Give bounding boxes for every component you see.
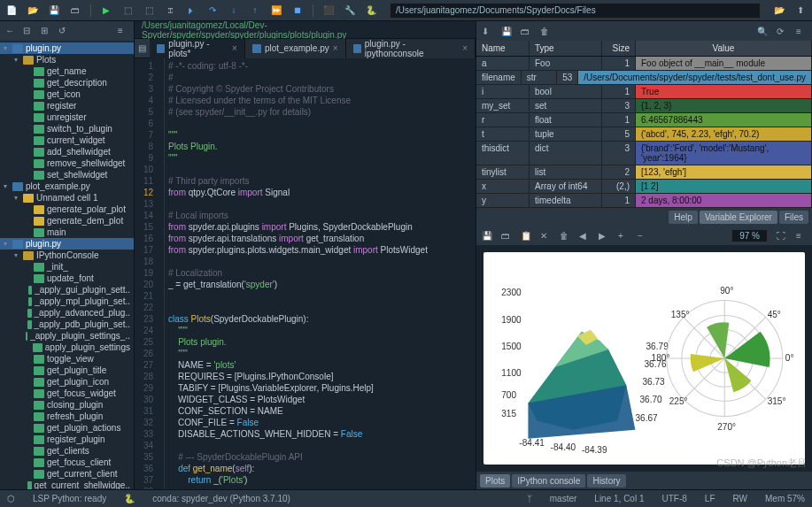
step-over-icon[interactable]: ↷ xyxy=(206,4,219,17)
code-editor[interactable]: 1234567891011121314151617181920212223242… xyxy=(135,58,476,489)
variable-row[interactable]: filenamestr53/Users/Documents/spyder/spy… xyxy=(476,71,812,85)
close-tab-icon[interactable]: × xyxy=(333,43,338,53)
tree-item[interactable]: get_focus_widget xyxy=(0,388,134,399)
tab-list-icon[interactable]: ▤ xyxy=(135,43,150,53)
variable-row[interactable]: rfloat16.46567886443 xyxy=(476,113,812,127)
remove-plot-icon[interactable]: ✕ xyxy=(540,231,551,241)
tree-item[interactable]: get_plugin_title xyxy=(0,365,134,376)
plot-viewport[interactable]: 2300 1900 1500 1100 700 315 -84.41 -84.4… xyxy=(476,245,812,472)
tree-item[interactable]: register xyxy=(0,100,134,111)
variable-row[interactable]: xArray of int64(2,)[1 2] xyxy=(476,180,812,194)
save-all-icon[interactable]: 🗃 xyxy=(69,4,81,17)
step-in-icon[interactable]: ↓ xyxy=(228,4,240,17)
continue-icon[interactable]: ⏩ xyxy=(270,4,282,17)
code-area[interactable]: # -*- coding: utf-8 -*- # # Copyright © … xyxy=(165,58,476,489)
tree-item[interactable]: ▾plugin.py xyxy=(0,42,134,54)
tree-item[interactable]: register_plugin xyxy=(0,434,134,445)
parent-dir-icon[interactable]: ⬆ xyxy=(794,4,807,17)
tree-item[interactable]: toggle_view xyxy=(0,353,134,365)
editor-tab[interactable]: plugin.py - ipythonconsole× xyxy=(346,39,476,58)
tree-item[interactable]: get_description xyxy=(0,77,134,88)
var-value[interactable]: 6.46567886443 xyxy=(636,113,812,127)
debug-icon[interactable]: ⏵ xyxy=(185,4,197,17)
tree-item[interactable]: get_current_shellwidge.. xyxy=(0,480,134,489)
close-tab-icon[interactable]: × xyxy=(232,43,237,53)
pane-tab[interactable]: Help xyxy=(669,211,698,224)
variable-row[interactable]: thisdictdict3{'brand':'Ford', 'model':'M… xyxy=(476,142,812,165)
run-cell-advance-icon[interactable]: ⬚ xyxy=(143,4,155,17)
tree-item[interactable]: current_widget xyxy=(0,134,134,146)
pane-tab[interactable]: Variable Explorer xyxy=(700,211,777,224)
tree-item[interactable]: _apply_advanced_plug.. xyxy=(0,307,134,319)
run-selection-icon[interactable]: Ɪ xyxy=(164,4,176,17)
fit-icon[interactable]: ⛶ xyxy=(777,231,787,241)
working-dir-input[interactable] xyxy=(390,3,761,19)
browse-dir-icon[interactable]: 📂 xyxy=(773,4,785,17)
kite-icon[interactable]: ⬡ xyxy=(7,494,15,503)
tree-item[interactable]: remove_shellwidget xyxy=(0,157,134,169)
save-as-icon[interactable]: 🗃 xyxy=(521,27,531,36)
ve-tabs[interactable]: HelpVariable ExplorerFiles xyxy=(476,208,812,226)
tree-item[interactable]: switch_to_plugin xyxy=(0,123,134,134)
var-value[interactable]: True xyxy=(636,85,812,98)
tree-item[interactable]: ▾plot_example.py xyxy=(0,181,134,192)
prev-plot-icon[interactable]: ◀ xyxy=(579,231,590,241)
step-out-icon[interactable]: ↑ xyxy=(249,4,261,17)
open-icon[interactable]: 📂 xyxy=(27,4,39,17)
plots-menu-icon[interactable]: ≡ xyxy=(796,231,807,241)
variable-row[interactable]: aFoo1Foo object of __main__ module xyxy=(476,57,812,71)
menu-icon[interactable]: ≡ xyxy=(118,26,128,36)
run-cell-icon[interactable]: ⬚ xyxy=(121,4,134,17)
remove-all-icon[interactable]: 🗑 xyxy=(560,231,570,241)
back-icon[interactable]: ← xyxy=(5,26,16,36)
tree-item[interactable]: get_plugin_icon xyxy=(0,376,134,388)
tree-item[interactable]: get_name xyxy=(0,65,134,77)
preferences-icon[interactable]: 🔧 xyxy=(344,4,356,17)
options-icon[interactable]: ≡ xyxy=(796,27,807,36)
import-icon[interactable]: ⬇ xyxy=(482,27,492,36)
tree-item[interactable]: _apply_gui_plugin_sett.. xyxy=(0,284,134,296)
next-plot-icon[interactable]: ▶ xyxy=(599,231,609,241)
tree-item[interactable]: generate_dem_plot xyxy=(0,215,134,227)
max-pane-icon[interactable]: ⬛ xyxy=(322,4,335,17)
var-value[interactable]: Foo object of __main__ module xyxy=(636,57,812,70)
editor-tab[interactable]: plugin.py - plots*× xyxy=(150,39,245,58)
conda-env[interactable]: conda: spyder_dev (Python 3.7.10) xyxy=(152,494,290,503)
save-plot-icon[interactable]: 💾 xyxy=(482,231,492,241)
tree-item[interactable]: get_clients xyxy=(0,445,134,457)
zoom-in-icon[interactable]: + xyxy=(618,231,629,241)
refresh-icon[interactable]: ⟳ xyxy=(777,27,787,36)
collapse-icon[interactable]: ⊟ xyxy=(23,26,34,36)
tree-item[interactable]: ▾Unnamed cell 1 xyxy=(0,192,134,204)
close-tab-icon[interactable]: × xyxy=(462,43,468,53)
delete-all-icon[interactable]: 🗑 xyxy=(540,27,551,36)
variable-row[interactable]: my_setset3{1, 2, 3} xyxy=(476,99,812,113)
tree-item[interactable]: get_current_client xyxy=(0,468,134,480)
tree-item[interactable]: unregister xyxy=(0,111,134,123)
tree-item[interactable]: ▾plugin.py xyxy=(0,238,134,250)
save-data-icon[interactable]: 💾 xyxy=(501,27,512,36)
var-value[interactable]: [1 2] xyxy=(636,180,812,193)
var-value[interactable]: /Users/Documents/spyder/spyder/tests/tes… xyxy=(578,71,812,84)
tree-item[interactable]: _apply_mpl_plugin_set.. xyxy=(0,296,134,307)
var-value[interactable]: ('abcd', 745, 2.23, 'efgh', 70.2) xyxy=(636,127,812,141)
tree-item[interactable]: _apply_pdb_plugin_set.. xyxy=(0,319,134,330)
stop-icon[interactable]: ⏹ xyxy=(291,4,304,17)
tree-item[interactable]: ▾Plots xyxy=(0,54,134,65)
restore-icon[interactable]: ↺ xyxy=(58,26,69,36)
pane-tab[interactable]: History xyxy=(587,474,625,488)
tree-item[interactable]: get_plugin_actions xyxy=(0,422,134,434)
variable-row[interactable]: tinylistlist2[123, 'efgh'] xyxy=(476,165,812,180)
tree-item[interactable]: set_shellwidget xyxy=(0,169,134,181)
editor-tab[interactable]: plot_example.py× xyxy=(245,39,346,58)
tree-item[interactable]: get_icon xyxy=(0,88,134,100)
tree-item[interactable]: update_font xyxy=(0,273,134,284)
git-branch[interactable]: master xyxy=(550,494,577,503)
run-icon[interactable]: ▶ xyxy=(100,4,112,17)
tree-item[interactable]: _init_ xyxy=(0,261,134,273)
tree-item[interactable]: generate_polar_plot xyxy=(0,204,134,215)
variable-row[interactable]: ytimedelta12 days, 8:00:00 xyxy=(476,194,812,208)
tree-item[interactable]: add_shellwidget xyxy=(0,146,134,157)
tree-item[interactable]: closing_plugin xyxy=(0,399,134,411)
new-file-icon[interactable]: 📄 xyxy=(5,4,18,17)
